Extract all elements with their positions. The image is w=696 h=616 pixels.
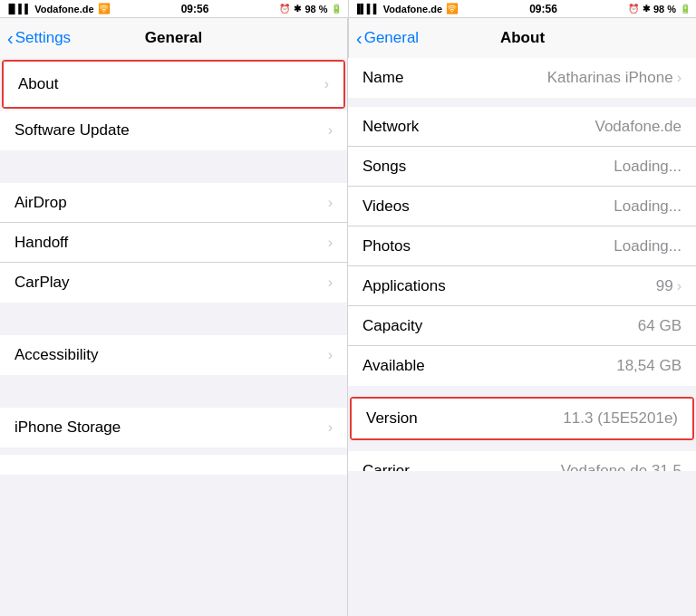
separator-1 bbox=[0, 150, 347, 183]
airdrop-chevron-icon: › bbox=[328, 195, 333, 211]
airdrop-row[interactable]: AirDrop › bbox=[0, 183, 347, 223]
software-update-row[interactable]: Software Update › bbox=[0, 111, 347, 150]
version-value: 11.3 (15E5201e) bbox=[563, 409, 678, 428]
version-label: Version bbox=[366, 409, 418, 428]
left-battery-icon: 🔋 bbox=[331, 4, 342, 14]
photos-value: Loading... bbox=[614, 237, 682, 255]
separator-4 bbox=[0, 448, 347, 455]
left-back-button[interactable]: ‹ Settings bbox=[7, 29, 71, 47]
carplay-row[interactable]: CarPlay › bbox=[0, 263, 347, 303]
network-label: Network bbox=[362, 118, 419, 136]
about-label: About bbox=[18, 75, 58, 93]
content-area: About › Software Update › AirDrop › bbox=[0, 58, 696, 616]
name-value: Katharinas iPhone bbox=[547, 69, 673, 87]
software-update-group: Software Update › bbox=[0, 111, 347, 150]
songs-row: Songs Loading... bbox=[348, 147, 696, 187]
accessibility-chevron-icon: › bbox=[328, 347, 333, 363]
right-back-label: General bbox=[364, 29, 419, 47]
right-battery-icon: 🔋 bbox=[680, 4, 691, 14]
carplay-chevron-icon: › bbox=[328, 274, 333, 291]
carrier-group: Carrier Vodafone.de 31.5 bbox=[348, 451, 696, 471]
handoff-label: Handoff bbox=[14, 234, 68, 252]
iphone-storage-row[interactable]: iPhone Storage › bbox=[0, 408, 347, 448]
separator-2 bbox=[0, 303, 347, 335]
name-chevron-icon: › bbox=[677, 70, 682, 86]
right-panel: Name Katharinas iPhone › Network Vodafon… bbox=[348, 58, 696, 616]
airdrop-group: AirDrop › Handoff › CarPlay › bbox=[0, 183, 347, 303]
version-row: Version 11.3 (15E5201e) bbox=[352, 399, 692, 438]
left-panel: About › Software Update › AirDrop › bbox=[0, 58, 348, 616]
separator-3 bbox=[0, 375, 347, 408]
right-bluetooth-icon: ✱ bbox=[643, 4, 650, 14]
partial-bottom-row bbox=[0, 455, 347, 475]
name-row[interactable]: Name Katharinas iPhone › bbox=[348, 58, 696, 98]
right-time: 09:56 bbox=[529, 3, 557, 15]
left-status-right-group: ⏰ ✱ 98 % 🔋 bbox=[279, 4, 342, 14]
right-back-chevron-icon: ‹ bbox=[356, 29, 362, 47]
software-update-chevron-icon: › bbox=[328, 122, 333, 139]
left-back-label: Settings bbox=[15, 29, 71, 47]
accessibility-row-right: › bbox=[328, 347, 333, 363]
iphone-storage-group: iPhone Storage › bbox=[0, 408, 347, 448]
carrier-value: Vodafone.de 31.5 bbox=[561, 462, 682, 471]
airdrop-row-right: › bbox=[328, 195, 333, 211]
right-separator-2 bbox=[348, 386, 696, 395]
info-group: Network Vodafone.de Songs Loading... Vid… bbox=[348, 107, 696, 386]
right-wifi-icon: 🛜 bbox=[446, 3, 459, 14]
photos-row: Photos Loading... bbox=[348, 226, 696, 266]
software-update-label: Software Update bbox=[14, 121, 130, 140]
about-row[interactable]: About › bbox=[4, 62, 343, 107]
available-row: Available 18,54 GB bbox=[348, 346, 696, 386]
capacity-label: Capacity bbox=[362, 317, 422, 335]
left-time: 09:56 bbox=[181, 3, 209, 15]
accessibility-label: Accessibility bbox=[14, 346, 99, 364]
about-chevron-icon: › bbox=[324, 76, 329, 92]
applications-label: Applications bbox=[362, 277, 446, 295]
videos-value: Loading... bbox=[614, 197, 682, 216]
right-status-right-group: ⏰ ✱ 98 % 🔋 bbox=[628, 4, 691, 14]
network-row: Network Vodafone.de bbox=[348, 107, 696, 147]
accessibility-group: Accessibility › bbox=[0, 335, 347, 375]
carplay-label: CarPlay bbox=[14, 274, 69, 292]
carplay-row-right: › bbox=[328, 274, 333, 291]
handoff-row-right: › bbox=[328, 235, 333, 251]
right-separator-1 bbox=[348, 98, 696, 107]
left-carrier-label: Vodafone.de bbox=[34, 4, 93, 14]
capacity-row: Capacity 64 GB bbox=[348, 306, 696, 346]
accessibility-row[interactable]: Accessibility › bbox=[0, 335, 347, 375]
version-highlighted-section: Version 11.3 (15E5201e) bbox=[350, 397, 694, 440]
handoff-row[interactable]: Handoff › bbox=[0, 223, 347, 263]
iphone-storage-label: iPhone Storage bbox=[14, 419, 121, 437]
right-back-button[interactable]: ‹ General bbox=[356, 29, 419, 47]
available-value: 18,54 GB bbox=[616, 357, 682, 375]
iphone-storage-row-right: › bbox=[328, 419, 333, 436]
handoff-chevron-icon: › bbox=[328, 235, 333, 251]
songs-value: Loading... bbox=[614, 158, 682, 176]
capacity-value: 64 GB bbox=[638, 317, 682, 335]
right-separator-3 bbox=[348, 442, 696, 451]
left-nav: ‹ Settings General bbox=[0, 18, 348, 58]
left-wifi-icon: 🛜 bbox=[98, 3, 111, 14]
carrier-row: Carrier Vodafone.de 31.5 bbox=[348, 451, 696, 471]
right-carrier-label: Vodafone.de bbox=[383, 4, 442, 14]
airdrop-label: AirDrop bbox=[14, 194, 67, 212]
software-update-row-right: › bbox=[328, 122, 333, 139]
about-highlighted-section: About › bbox=[2, 60, 345, 109]
applications-chevron-icon: › bbox=[677, 278, 682, 294]
available-label: Available bbox=[362, 357, 425, 375]
carrier-label: Carrier bbox=[362, 462, 410, 471]
right-nav-title: About bbox=[500, 29, 545, 47]
right-battery-label: 98 % bbox=[653, 4, 676, 14]
name-label: Name bbox=[362, 69, 403, 87]
left-alarm-icon: ⏰ bbox=[279, 4, 290, 14]
partial-row-content[interactable] bbox=[0, 455, 347, 475]
about-row-right: › bbox=[324, 76, 329, 92]
videos-row: Videos Loading... bbox=[348, 187, 696, 226]
applications-row[interactable]: Applications 99 › bbox=[348, 266, 696, 306]
name-group: Name Katharinas iPhone › bbox=[348, 58, 696, 98]
left-bluetooth-icon: ✱ bbox=[294, 4, 301, 14]
right-status-carrier-group: ▐▌▌▌ Vodafone.de 🛜 bbox=[354, 3, 459, 14]
photos-label: Photos bbox=[362, 237, 411, 255]
network-value: Vodafone.de bbox=[595, 118, 682, 136]
videos-label: Videos bbox=[362, 197, 410, 216]
